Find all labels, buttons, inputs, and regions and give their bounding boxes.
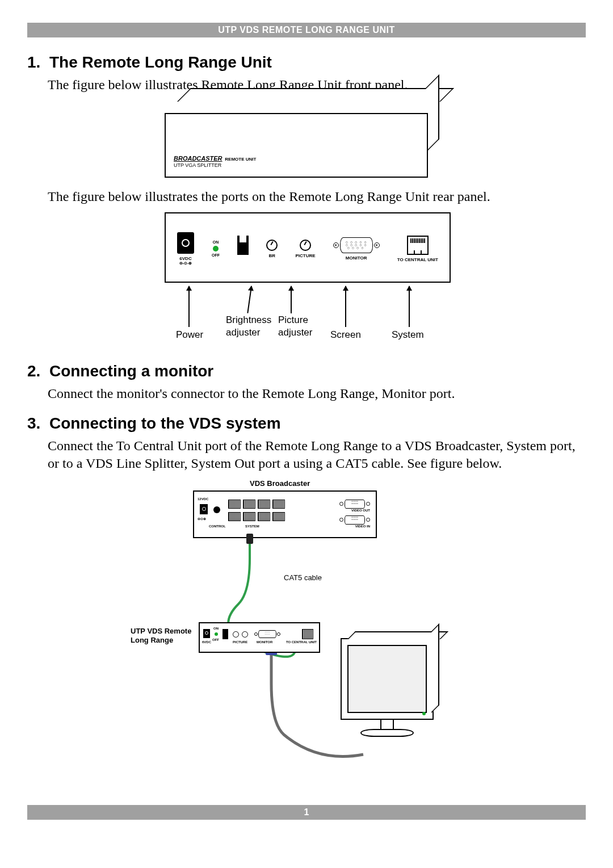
r-off-label: OFF	[212, 638, 219, 641]
section-1-number: 1.	[27, 53, 40, 71]
picture-label: PICTURE	[295, 253, 315, 258]
power-led: ON OFF	[212, 240, 220, 257]
r-picture-label: PICTURE	[233, 640, 247, 644]
front-splitter-label: UTP VGA SPLITTER	[174, 162, 221, 168]
led-on-label: ON	[213, 240, 219, 244]
picture-knob: PICTURE	[295, 240, 315, 258]
section-3-number: 3.	[27, 414, 40, 432]
r-to-central-label: TO CENTRAL UNIT	[286, 640, 317, 644]
svg-rect-0	[246, 534, 253, 544]
paragraph-4: Connect the To Central Unit port of the …	[48, 437, 586, 472]
figure-front-panel: BROADCASTER REMOTE UNIT UTP VGA SPLITTER	[27, 100, 586, 180]
br-label: BR	[269, 253, 276, 258]
power-jack-port: 6VDC ⊖-⊙-⊕	[177, 232, 194, 266]
monitor-vga-port: ✕ ○ ○ ○ ○ ○○ ○ ○ ○ ○ ○ ○ ○ ○ ✕ MONITOR	[333, 237, 380, 261]
section-1-heading: 1. The Remote Long Range Unit	[27, 53, 586, 72]
brightness-knob: BR	[266, 240, 278, 258]
conn-side-label-l1: UTP VDS Remote	[131, 627, 191, 635]
callout-picture-l1: Picture	[278, 315, 308, 326]
section-2-number: 2.	[27, 362, 40, 380]
section-3-title: Connecting to the VDS system	[49, 414, 281, 432]
page-footer-bar: 1	[27, 805, 586, 820]
dip-switch	[237, 236, 249, 262]
monitor-label: MONITOR	[346, 255, 367, 261]
rj45-port: TO CENTRAL UNIT	[397, 236, 438, 262]
front-broadcaster-label: BROADCASTER	[174, 155, 222, 162]
cat5-label: CAT5 cable	[284, 573, 322, 582]
section-1-title: The Remote Long Range Unit	[49, 53, 272, 71]
figure-rear-panel: 6VDC ⊖-⊙-⊕ ON OFF BR	[27, 212, 586, 351]
callout-picture-l2: adjuster	[278, 327, 312, 338]
callout-power: Power	[176, 329, 203, 341]
paragraph-2: The figure below illustrates the ports o…	[48, 188, 586, 206]
conn-remote-box: 6VDC ON OFF PICTURE ○○○○○○○○○○ MONITOR T…	[199, 622, 320, 653]
page-header-bar: UTP VDS REMOTE LONG RANGE UNIT	[27, 23, 586, 37]
monitor-icon	[341, 638, 434, 737]
led-icon	[213, 246, 219, 251]
callout-screen: Screen	[330, 329, 361, 341]
callout-brightness-l2: adjuster	[226, 327, 260, 338]
section-3-heading: 3. Connecting to the VDS system	[27, 414, 586, 433]
front-remote-unit-label: REMOTE UNIT	[225, 157, 256, 162]
to-central-label: TO CENTRAL UNIT	[397, 257, 438, 262]
r-6vdc-label: 6VDC	[202, 640, 211, 644]
led-off-label: OFF	[212, 253, 220, 257]
section-2-title: Connecting a monitor	[49, 362, 213, 380]
r-monitor-label: MONITOR	[257, 640, 272, 644]
figure-connection: VDS Broadcaster 12VDC ⊖⊙⊕ CONTROL	[27, 479, 586, 788]
power-polarity-label: ⊖-⊙-⊕	[179, 261, 192, 266]
section-2-heading: 2. Connecting a monitor	[27, 362, 586, 380]
callout-brightness-l1: Brightness	[226, 315, 271, 326]
callout-system: System	[392, 329, 424, 341]
power-6vdc-label: 6VDC	[179, 256, 191, 261]
conn-side-label-l2: Long Range	[131, 636, 173, 644]
paragraph-3: Connect the monitor's connector to the R…	[48, 385, 586, 402]
r-on-label: ON	[213, 627, 219, 630]
